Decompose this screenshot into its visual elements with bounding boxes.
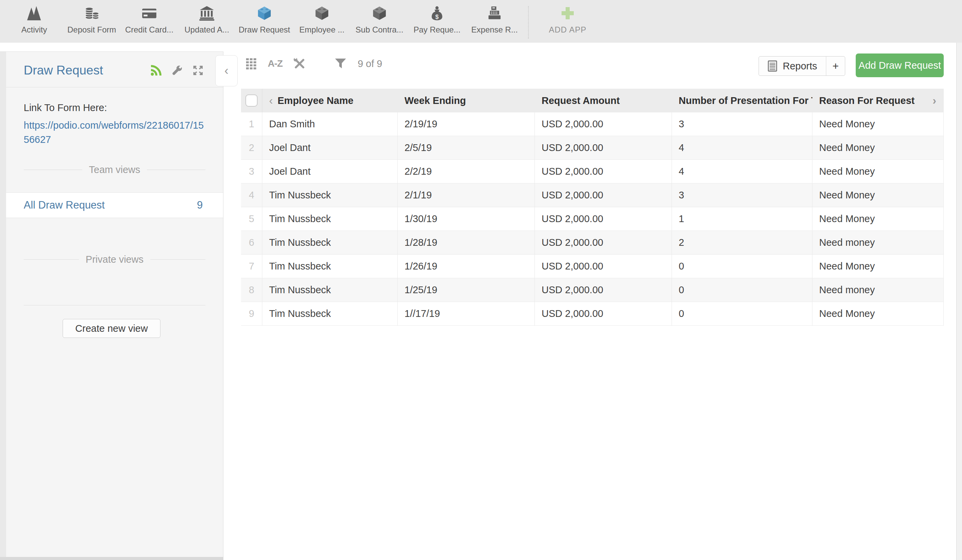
tools-icon[interactable] xyxy=(293,57,306,70)
cell-employee-name: Joel Dant xyxy=(262,136,398,160)
chevron-left-icon: ‹ xyxy=(224,64,229,78)
app-label: Draw Request xyxy=(239,25,290,34)
sidebar-divider xyxy=(24,305,205,305)
bank-icon xyxy=(199,5,215,21)
cube-icon-active xyxy=(257,5,272,21)
main-content: A-Z 9 of 9 Reports xyxy=(224,43,962,560)
app-item-employee[interactable]: Employee ... xyxy=(293,5,351,34)
reports-button[interactable]: Reports xyxy=(759,56,826,76)
form-link[interactable]: https://podio.com/webforms/22186017/1556… xyxy=(24,118,205,147)
cell-employee-name: Joel Dant xyxy=(262,160,398,183)
expand-icon[interactable] xyxy=(192,65,204,76)
cell-request-amount: USD 2,000.00 xyxy=(535,136,672,160)
cell-reason: Need money xyxy=(812,231,944,254)
table-row[interactable]: 2 Joel Dant 2/5/19 USD 2,000.00 4 Need M… xyxy=(241,136,944,160)
app-item-activity[interactable]: Activity xyxy=(5,5,63,34)
cell-presentations: 1 xyxy=(672,207,812,231)
view-count-badge: 9 xyxy=(197,199,203,211)
cell-week-ending: 2/2/19 xyxy=(398,160,535,183)
private-views-divider: Private views xyxy=(0,254,223,265)
app-label: Sub Contra... xyxy=(355,25,403,34)
cell-week-ending: 2/1/19 xyxy=(398,184,535,207)
cell-request-amount: USD 2,000.00 xyxy=(535,302,672,325)
app-label: Credit Card... xyxy=(125,25,174,34)
wrench-icon[interactable] xyxy=(171,65,183,76)
column-header-presentations[interactable]: Number of Presentation For Th xyxy=(672,89,812,112)
activity-icon xyxy=(26,5,42,21)
app-item-updated-a[interactable]: Updated A... xyxy=(178,5,236,34)
cell-employee-name: Tim Nussbeck xyxy=(262,231,398,254)
cell-reason: Need Money xyxy=(812,207,944,231)
new-report-button[interactable]: + xyxy=(826,56,845,76)
cube-icon xyxy=(314,5,330,21)
app-label: Expense R... xyxy=(471,25,518,34)
grid-view-icon[interactable] xyxy=(245,58,258,70)
view-label: All Draw Request xyxy=(24,199,105,211)
app-title: Draw Request xyxy=(24,63,150,77)
form-link-block: Link To Form Here: https://podio.com/web… xyxy=(0,87,223,147)
row-number: 5 xyxy=(241,207,262,231)
table-row[interactable]: 5 Tim Nussbeck 1/30/19 USD 2,000.00 1 Ne… xyxy=(241,207,944,231)
cell-presentations: 0 xyxy=(672,302,812,325)
filter-icon[interactable] xyxy=(335,58,346,69)
column-header-week-ending[interactable]: Week Ending xyxy=(398,89,535,112)
sort-az-icon[interactable]: A-Z xyxy=(268,58,282,69)
select-all-checkbox[interactable] xyxy=(245,94,258,107)
cell-request-amount: USD 2,000.00 xyxy=(535,255,672,278)
sidebar: Draw Request xyxy=(0,52,223,560)
divider-line xyxy=(24,169,82,170)
items-table: ‹ Employee Name Week Ending Request Amou… xyxy=(241,89,944,326)
cell-reason: Need Money xyxy=(812,136,944,160)
coins-icon xyxy=(84,5,100,21)
app-label: Activity xyxy=(21,25,47,34)
vertical-scrollbar[interactable] xyxy=(956,43,962,560)
column-header-reason[interactable]: Reason For Request › xyxy=(812,89,944,112)
app-item-deposit-form[interactable]: Deposit Form xyxy=(63,5,121,34)
team-views-divider: Team views xyxy=(0,164,223,175)
table-header: ‹ Employee Name Week Ending Request Amou… xyxy=(241,89,944,112)
app-bar: Activity Deposit Form Credit Card... xyxy=(0,0,962,43)
cell-presentations: 3 xyxy=(672,112,812,136)
table-row[interactable]: 4 Tim Nussbeck 2/1/19 USD 2,000.00 3 Nee… xyxy=(241,184,944,207)
column-header-request-amount[interactable]: Request Amount xyxy=(535,89,672,112)
app-item-expense-report[interactable]: Expense R... xyxy=(466,5,523,34)
table-row[interactable]: 7 Tim Nussbeck 1/26/19 USD 2,000.00 0 Ne… xyxy=(241,255,944,278)
row-number: 8 xyxy=(241,278,262,302)
sidebar-view-all-draw-request[interactable]: All Draw Request 9 xyxy=(0,192,223,218)
cell-employee-name: Dan Smith xyxy=(262,112,398,136)
cell-week-ending: 1/25/19 xyxy=(398,278,535,302)
cell-request-amount: USD 2,000.00 xyxy=(535,160,672,183)
cell-reason: Need Money xyxy=(812,302,944,325)
table-row[interactable]: 9 Tim Nussbeck 1//17/19 USD 2,000.00 0 N… xyxy=(241,302,944,326)
cell-presentations: 3 xyxy=(672,184,812,207)
app-item-draw-request[interactable]: Draw Request xyxy=(236,5,293,34)
table-row[interactable]: 6 Tim Nussbeck 1/28/19 USD 2,000.00 2 Ne… xyxy=(241,231,944,255)
create-new-view-button[interactable]: Create new view xyxy=(63,319,160,338)
cell-employee-name: Tim Nussbeck xyxy=(262,184,398,207)
table-row[interactable]: 8 Tim Nussbeck 1/25/19 USD 2,000.00 0 Ne… xyxy=(241,278,944,302)
app-item-sub-contractor[interactable]: Sub Contra... xyxy=(351,5,408,34)
scroll-right-icon[interactable]: › xyxy=(933,89,936,112)
cell-presentations: 0 xyxy=(672,255,812,278)
cell-request-amount: USD 2,000.00 xyxy=(535,184,672,207)
sidebar-collapse-tab[interactable]: ‹ xyxy=(215,55,237,86)
column-header-employee-name[interactable]: ‹ Employee Name xyxy=(262,89,398,112)
table-row[interactable]: 1 Dan Smith 2/19/19 USD 2,000.00 3 Need … xyxy=(241,112,944,136)
cell-reason: Need money xyxy=(812,278,944,302)
row-number: 6 xyxy=(241,231,262,254)
table-row[interactable]: 3 Joel Dant 2/2/19 USD 2,000.00 4 Need M… xyxy=(241,160,944,184)
add-app-button[interactable]: ADD APP xyxy=(539,5,596,34)
add-draw-request-button[interactable]: Add Draw Request xyxy=(856,53,944,77)
money-bag-icon: $ xyxy=(429,5,445,21)
app-item-credit-card[interactable]: Credit Card... xyxy=(121,5,178,34)
cell-request-amount: USD 2,000.00 xyxy=(535,278,672,302)
table-body: 1 Dan Smith 2/19/19 USD 2,000.00 3 Need … xyxy=(241,112,944,326)
row-number: 7 xyxy=(241,255,262,278)
private-views-label: Private views xyxy=(86,254,144,265)
divider-line xyxy=(24,259,79,260)
scroll-left-icon[interactable]: ‹ xyxy=(269,94,273,107)
cell-employee-name: Tim Nussbeck xyxy=(262,278,398,302)
app-item-pay-request[interactable]: $ Pay Reque... xyxy=(408,5,466,34)
webform-broadcast-icon[interactable] xyxy=(150,65,162,76)
reports-button-group: Reports + xyxy=(759,56,845,76)
